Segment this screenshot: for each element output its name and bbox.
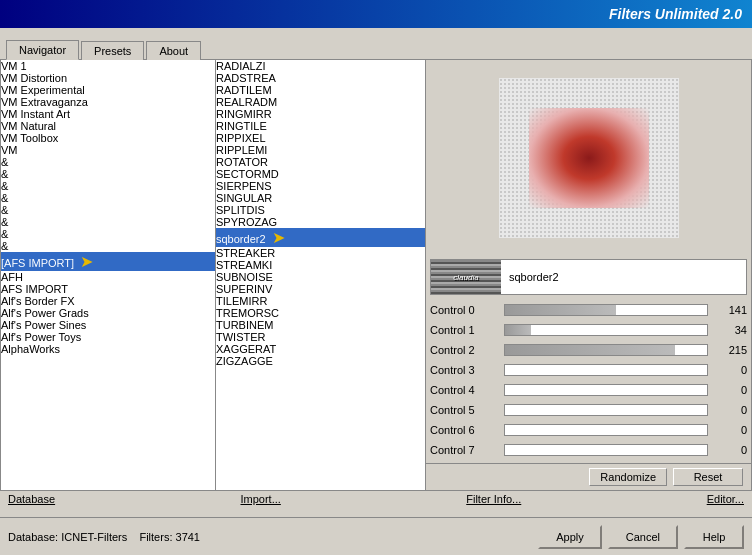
arrow-icon: ➤	[80, 253, 93, 270]
list-item[interactable]: [AFS IMPORT] ➤	[1, 252, 215, 271]
control-value: 0	[712, 364, 747, 376]
list-item[interactable]: &	[1, 156, 215, 168]
control-value: 0	[712, 384, 747, 396]
list-item[interactable]: VM	[1, 144, 215, 156]
control-row: Control 2 215	[430, 341, 747, 359]
control-row: Control 3 0	[430, 361, 747, 379]
database-link[interactable]: Database	[8, 493, 55, 505]
control-row: Control 0 141	[430, 301, 747, 319]
filter-info-link[interactable]: Filter Info...	[466, 493, 521, 505]
editor-link[interactable]: Editor...	[707, 493, 744, 505]
control-row: Control 4 0	[430, 381, 747, 399]
list-item[interactable]: TURBINEM	[216, 319, 425, 331]
list-item[interactable]: &	[1, 228, 215, 240]
cancel-button[interactable]: Cancel	[608, 525, 678, 549]
control-slider[interactable]	[504, 364, 708, 376]
list-item[interactable]: ZIGZAGGE	[216, 355, 425, 367]
control-slider[interactable]	[504, 444, 708, 456]
left-list[interactable]: VM 1VM DistortionVM ExperimentalVM Extra…	[1, 60, 215, 490]
list-item[interactable]: VM Experimental	[1, 84, 215, 96]
control-slider[interactable]	[504, 384, 708, 396]
list-item[interactable]: VM Instant Art	[1, 108, 215, 120]
control-slider[interactable]	[504, 344, 708, 356]
thumbnail-image: claudia	[431, 260, 501, 294]
list-item[interactable]: RIPPLEMI	[216, 144, 425, 156]
list-item[interactable]: ROTATOR	[216, 156, 425, 168]
control-row: Control 5 0	[430, 401, 747, 419]
list-item[interactable]: VM Distortion	[1, 72, 215, 84]
list-item[interactable]: SUPERINV	[216, 283, 425, 295]
list-item[interactable]: &	[1, 216, 215, 228]
list-item[interactable]: &	[1, 168, 215, 180]
tab-about[interactable]: About	[146, 41, 201, 60]
list-item[interactable]: STREAMKI	[216, 259, 425, 271]
preview-area	[426, 60, 751, 255]
control-slider[interactable]	[504, 304, 708, 316]
list-item[interactable]: SIERPENS	[216, 180, 425, 192]
list-item[interactable]: sqborder2 ➤	[216, 228, 425, 247]
randomize-button[interactable]: Randomize	[589, 468, 667, 486]
list-item[interactable]: REALRADM	[216, 96, 425, 108]
control-slider[interactable]	[504, 324, 708, 336]
control-row: Control 6 0	[430, 421, 747, 439]
list-item[interactable]: &	[1, 180, 215, 192]
list-item[interactable]: TREMORSC	[216, 307, 425, 319]
control-value: 141	[712, 304, 747, 316]
tab-navigator[interactable]: Navigator	[6, 40, 79, 60]
right-panel: claudia sqborder2 Control 0 141 Control …	[426, 60, 751, 490]
list-item[interactable]: &	[1, 192, 215, 204]
list-item[interactable]: AlphaWorks	[1, 343, 215, 355]
list-item[interactable]: Alf's Power Toys	[1, 331, 215, 343]
apply-button[interactable]: Apply	[538, 525, 602, 549]
control-value: 34	[712, 324, 747, 336]
controls-list: Control 0 141 Control 1 34 Control 2 215…	[426, 299, 751, 463]
list-item[interactable]: STREAKER	[216, 247, 425, 259]
list-item[interactable]: TILEMIRR	[216, 295, 425, 307]
control-label: Control 7	[430, 444, 500, 456]
control-slider[interactable]	[504, 404, 708, 416]
import-link[interactable]: Import...	[241, 493, 281, 505]
tab-bar: Navigator Presets About	[0, 28, 752, 60]
tab-presets[interactable]: Presets	[81, 41, 144, 60]
list-item[interactable]: VM Natural	[1, 120, 215, 132]
list-item[interactable]: SECTORMD	[216, 168, 425, 180]
list-item[interactable]: RINGMIRR	[216, 108, 425, 120]
list-item[interactable]: &	[1, 240, 215, 252]
title-bar: Filters Unlimited 2.0	[0, 0, 752, 28]
list-item[interactable]: XAGGERAT	[216, 343, 425, 355]
footer-buttons: Apply Cancel Help	[538, 525, 744, 549]
bottom-action-bar: Randomize Reset	[426, 463, 751, 490]
help-button[interactable]: Help	[684, 525, 744, 549]
list-item[interactable]: VM Extravaganza	[1, 96, 215, 108]
control-value: 0	[712, 444, 747, 456]
list-item[interactable]: Alf's Power Sines	[1, 319, 215, 331]
list-item[interactable]: &	[1, 204, 215, 216]
list-item[interactable]: RIPPIXEL	[216, 132, 425, 144]
footer-info: Database: ICNET-Filters Filters: 3741	[8, 531, 538, 543]
list-item[interactable]: VM Toolbox	[1, 132, 215, 144]
list-item[interactable]: VM 1	[1, 60, 215, 72]
reset-button[interactable]: Reset	[673, 468, 743, 486]
list-item[interactable]: Alf's Border FX	[1, 295, 215, 307]
list-item[interactable]: AFS IMPORT	[1, 283, 215, 295]
filter-thumbnail-row: claudia sqborder2	[430, 259, 747, 295]
middle-list[interactable]: RADIALZIRADSTREARADTILEMREALRADMRINGMIRR…	[216, 60, 425, 490]
footer-bar: Database: ICNET-Filters Filters: 3741 Ap…	[0, 517, 752, 555]
list-item[interactable]: SUBNOISE	[216, 271, 425, 283]
list-item[interactable]: SPYROZAG	[216, 216, 425, 228]
preview-image	[529, 108, 649, 208]
control-slider[interactable]	[504, 424, 708, 436]
control-value: 215	[712, 344, 747, 356]
list-item[interactable]: SPLITDIS	[216, 204, 425, 216]
list-item[interactable]: RADSTREA	[216, 72, 425, 84]
list-item[interactable]: AFH	[1, 271, 215, 283]
middle-panel: RADIALZIRADSTREARADTILEMREALRADMRINGMIRR…	[216, 60, 426, 490]
list-item[interactable]: RINGTILE	[216, 120, 425, 132]
control-row: Control 1 34	[430, 321, 747, 339]
list-item[interactable]: RADIALZI	[216, 60, 425, 72]
list-item[interactable]: RADTILEM	[216, 84, 425, 96]
list-item[interactable]: SINGULAR	[216, 192, 425, 204]
list-item[interactable]: TWISTER	[216, 331, 425, 343]
list-item[interactable]: Alf's Power Grads	[1, 307, 215, 319]
control-label: Control 6	[430, 424, 500, 436]
